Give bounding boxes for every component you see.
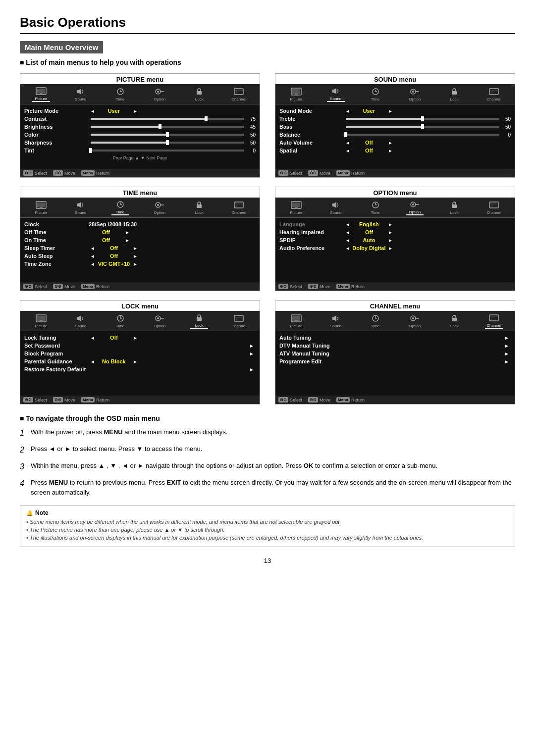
- osd-tab-time[interactable]: Time: [367, 313, 384, 328]
- menu-row-label: Spatial: [279, 148, 344, 153]
- arrow-right-icon[interactable]: ►: [133, 253, 138, 259]
- arrow-left-icon[interactable]: ◄: [90, 261, 95, 267]
- btn-icon: Menu: [336, 170, 350, 176]
- osd-tab-channel[interactable]: Channel: [230, 313, 248, 328]
- osd-tab-picture[interactable]: Picture: [287, 200, 305, 215]
- osd-tab-picture[interactable]: Picture: [32, 200, 50, 215]
- osd-tab-option[interactable]: Option: [406, 200, 424, 215]
- arrow-right-icon[interactable]: ►: [388, 230, 393, 235]
- osd-tab-option[interactable]: Option: [151, 87, 168, 101]
- osd-tab-sound[interactable]: Sound: [327, 86, 345, 102]
- arrow-right-icon[interactable]: ►: [133, 108, 138, 114]
- osd-tab-channel[interactable]: Channel: [230, 87, 248, 101]
- arrow-left-icon[interactable]: ◄: [90, 335, 95, 341]
- arrow-left-icon[interactable]: ◄: [345, 108, 350, 114]
- arrow-left-icon[interactable]: ◄: [90, 253, 95, 259]
- osd-tab-channel[interactable]: Channel: [485, 313, 503, 329]
- arrow-right-icon[interactable]: ►: [133, 261, 138, 267]
- osd-tab-picture[interactable]: Picture: [32, 86, 50, 102]
- menu-row[interactable]: Sleep Timer ◄ Off ►: [24, 244, 256, 252]
- osd-tab-option[interactable]: Option: [406, 313, 424, 328]
- menu-row[interactable]: Hearing Impaired ◄ Off ►: [279, 228, 511, 236]
- arrow-right-icon[interactable]: ►: [133, 335, 138, 341]
- osd-tab-sound[interactable]: Sound: [72, 313, 90, 328]
- arrow-right-icon[interactable]: ►: [388, 108, 393, 114]
- arrow-right-icon[interactable]: ►: [249, 367, 254, 372]
- menu-row[interactable]: On Time Off ►: [24, 236, 256, 244]
- osd-tab-time[interactable]: Time: [111, 87, 129, 101]
- arrow-right-icon[interactable]: ►: [133, 359, 138, 364]
- menu-row[interactable]: Set Password ►: [24, 342, 256, 350]
- bottom-action: ⊙⊙ Move: [308, 170, 330, 176]
- osd-tab-time[interactable]: Time: [111, 313, 129, 328]
- menus-grid: PICTURE menu PictureSoundTimeOptionLockC…: [20, 73, 515, 404]
- osd-tab-channel[interactable]: Channel: [485, 200, 503, 215]
- osd-tab-lock[interactable]: Lock: [445, 87, 463, 101]
- menu-row[interactable]: SPDIF ◄ Auto ►: [279, 236, 511, 244]
- menu-row[interactable]: Off Time Off ►: [24, 228, 256, 236]
- menu-row-label: Hearing Impaired: [279, 229, 344, 235]
- arrow-right-icon[interactable]: ►: [388, 148, 393, 153]
- menu-row[interactable]: Auto Sleep ◄ Off ►: [24, 252, 256, 260]
- arrow-left-icon[interactable]: ◄: [90, 108, 95, 114]
- arrow-left-icon[interactable]: ◄: [345, 148, 350, 153]
- arrow-right-icon[interactable]: ►: [388, 246, 393, 251]
- arrow-right-icon[interactable]: ►: [125, 230, 130, 235]
- arrow-right-icon[interactable]: ►: [388, 238, 393, 243]
- osd-tab-time[interactable]: Time: [367, 87, 384, 101]
- menu-row[interactable]: Programme Edit ►: [279, 357, 511, 365]
- arrow-left-icon[interactable]: ◄: [345, 222, 350, 227]
- osd-tab-option[interactable]: Option: [151, 200, 168, 215]
- osd-tab-channel[interactable]: Channel: [485, 87, 503, 101]
- arrow-left-icon[interactable]: ◄: [345, 246, 350, 251]
- arrow-left-icon[interactable]: ◄: [90, 246, 95, 251]
- osd-tab-lock[interactable]: Lock: [445, 313, 463, 328]
- osd-tab-lock[interactable]: Lock: [190, 313, 208, 329]
- osd-tab-picture[interactable]: Picture: [32, 313, 50, 328]
- menu-row[interactable]: Sound Mode ◄ User ►: [279, 107, 511, 115]
- menu-row[interactable]: Lock Tuning ◄ Off ►: [24, 334, 256, 342]
- menu-row[interactable]: Picture Mode ◄ User ►: [24, 107, 256, 115]
- osd-tab-option[interactable]: Option: [151, 313, 168, 328]
- bottom-label: Select: [290, 398, 302, 403]
- osd-tab-lock[interactable]: Lock: [190, 87, 208, 101]
- arrow-right-icon[interactable]: ►: [388, 222, 393, 227]
- osd-tab-lock[interactable]: Lock: [190, 200, 208, 215]
- btn-icon: ⊙⊙: [53, 170, 63, 176]
- arrow-right-icon[interactable]: ►: [133, 246, 138, 251]
- menu-row[interactable]: Audio Preference ◄ Dolby Digital ►: [279, 244, 511, 252]
- arrow-right-icon[interactable]: ►: [388, 140, 393, 146]
- osd-tab-lock[interactable]: Lock: [445, 200, 463, 215]
- arrow-right-icon[interactable]: ►: [504, 359, 509, 364]
- arrow-right-icon[interactable]: ►: [249, 343, 254, 349]
- arrow-right-icon[interactable]: ►: [504, 343, 509, 349]
- menu-row[interactable]: Auto Volume ◄ Off ►: [279, 139, 511, 147]
- osd-tab-sound[interactable]: Sound: [72, 87, 90, 101]
- osd-tab-sound[interactable]: Sound: [327, 200, 345, 215]
- menu-row[interactable]: DTV Manual Tuning ►: [279, 342, 511, 350]
- arrow-right-icon[interactable]: ►: [249, 351, 254, 356]
- osd-tab-sound[interactable]: Sound: [72, 200, 90, 215]
- menu-row[interactable]: Language ◄ English ►: [279, 220, 511, 228]
- menu-row[interactable]: Parental Guidance ◄ No Block ►: [24, 357, 256, 365]
- osd-tab-picture[interactable]: Picture: [287, 87, 305, 101]
- menu-row[interactable]: Time Zone ◄ VIC GMT+10 ►: [24, 260, 256, 268]
- arrow-left-icon[interactable]: ◄: [345, 238, 350, 243]
- menu-row[interactable]: Spatial ◄ Off ►: [279, 147, 511, 154]
- osd-tab-time[interactable]: Time: [367, 200, 384, 215]
- osd-tab-option[interactable]: Option: [406, 87, 424, 101]
- arrow-left-icon[interactable]: ◄: [90, 359, 95, 364]
- menu-row[interactable]: Auto Tuning ►: [279, 334, 511, 342]
- menu-row[interactable]: ATV Manual Tuning ►: [279, 350, 511, 357]
- osd-tab-time[interactable]: Time: [111, 200, 129, 215]
- osd-tab-picture[interactable]: Picture: [287, 313, 305, 328]
- arrow-left-icon[interactable]: ◄: [345, 230, 350, 235]
- arrow-left-icon[interactable]: ◄: [345, 140, 350, 146]
- menu-row[interactable]: Restore Factory Default ►: [24, 365, 256, 373]
- menu-row[interactable]: Block Program ►: [24, 350, 256, 357]
- osd-tab-sound[interactable]: Sound: [327, 313, 345, 328]
- arrow-right-icon[interactable]: ►: [504, 351, 509, 356]
- arrow-right-icon[interactable]: ►: [125, 238, 130, 243]
- osd-tab-channel[interactable]: Channel: [230, 200, 248, 215]
- arrow-right-icon[interactable]: ►: [504, 335, 509, 341]
